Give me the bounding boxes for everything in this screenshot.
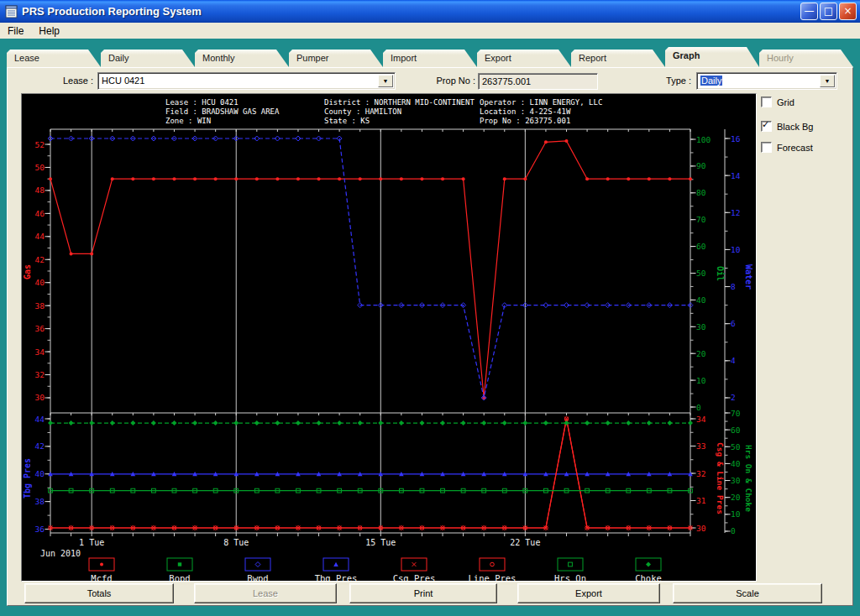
production-graph-svg: 3032343638404244464850520102030405060708…: [22, 94, 756, 581]
svg-text:60: 60: [731, 425, 741, 435]
lease-combobox[interactable]: HCU 0421 ▼: [97, 72, 396, 90]
svg-text:Tbg Pres: Tbg Pres: [315, 573, 358, 581]
svg-text:2: 2: [731, 393, 736, 402]
svg-text:40: 40: [35, 469, 45, 478]
blackbg-checkbox-label: Black Bg: [777, 122, 813, 132]
client-area: Lease Daily Monthly Pumper Import Export…: [0, 39, 860, 616]
svg-text:31: 31: [696, 496, 706, 505]
tab-monthly[interactable]: Monthly: [195, 50, 289, 67]
svg-text:Zone : WIN: Zone : WIN: [165, 117, 211, 125]
svg-text:40: 40: [731, 459, 741, 468]
tab-strip: Lease Daily Monthly Pumper Import Export…: [7, 47, 853, 67]
svg-text:46: 46: [35, 209, 45, 218]
svg-text:County : HAMILTON: County : HAMILTON: [324, 107, 401, 116]
svg-text:Hrs On: Hrs On: [554, 573, 586, 581]
menu-help[interactable]: Help: [31, 23, 67, 39]
tab-graph[interactable]: Graph: [665, 47, 759, 67]
svg-text:Field : BRADSHAW GAS AREA: Field : BRADSHAW GAS AREA: [165, 107, 280, 116]
svg-text:42: 42: [35, 441, 45, 451]
svg-text:50: 50: [696, 269, 706, 278]
svg-text:34: 34: [696, 415, 706, 424]
tab-lease[interactable]: Lease: [7, 50, 101, 67]
svg-text:40: 40: [35, 278, 45, 287]
svg-text:36: 36: [35, 525, 45, 534]
svg-text:48: 48: [35, 185, 45, 195]
forecast-checkbox[interactable]: ✓: [761, 142, 772, 153]
svg-text:70: 70: [696, 215, 706, 224]
svg-text:Bopd: Bopd: [169, 573, 190, 581]
svg-text:Lease : HCU 0421: Lease : HCU 0421: [165, 98, 239, 107]
svg-text:10: 10: [731, 509, 741, 519]
minimize-button[interactable]: —: [800, 3, 818, 20]
svg-text:6: 6: [731, 319, 736, 328]
grid-checkbox-label: Grid: [777, 97, 794, 107]
tab-import[interactable]: Import: [383, 50, 477, 67]
title-bar: PRS Production Reporting System — □ ×: [0, 0, 860, 23]
svg-text:16: 16: [731, 134, 741, 144]
grid-option[interactable]: ✓ Grid: [761, 97, 794, 107]
svg-text:30: 30: [696, 524, 706, 533]
close-button[interactable]: ×: [839, 3, 857, 20]
svg-text:4: 4: [731, 356, 736, 365]
svg-text:33: 33: [696, 441, 705, 451]
svg-text:Gas: Gas: [23, 264, 32, 279]
propno-field[interactable]: 263775.001: [478, 73, 598, 90]
svg-text:30: 30: [35, 393, 45, 402]
print-button[interactable]: Print: [349, 583, 497, 603]
svg-text:Csg Pres: Csg Pres: [393, 573, 436, 581]
svg-text:Prop No : 263775.001: Prop No : 263775.001: [480, 117, 570, 125]
lease-dropdown-arrow-icon[interactable]: ▼: [378, 75, 393, 87]
type-combobox-value: Daily: [700, 76, 722, 86]
svg-text:38: 38: [35, 301, 45, 311]
grid-checkbox[interactable]: ✓: [761, 97, 772, 107]
svg-text:42: 42: [35, 255, 45, 264]
svg-text:Oil: Oil: [716, 266, 725, 281]
tab-export[interactable]: Export: [477, 50, 571, 67]
svg-text:Tbg Pres: Tbg Pres: [23, 458, 32, 499]
svg-text:50: 50: [35, 163, 45, 172]
svg-text:70: 70: [731, 409, 741, 418]
svg-text:14: 14: [731, 171, 741, 180]
menu-bar: File Help: [0, 23, 860, 39]
svg-text:80: 80: [696, 188, 706, 197]
svg-text:Jun 2010: Jun 2010: [40, 549, 81, 558]
tab-daily[interactable]: Daily: [101, 50, 195, 67]
svg-text:32: 32: [35, 370, 45, 379]
svg-text:0: 0: [696, 403, 701, 412]
blackbg-option[interactable]: ✓ Black Bg: [761, 121, 813, 132]
lease-button[interactable]: Lease: [194, 583, 337, 603]
type-label: Type :: [629, 76, 691, 86]
svg-text:60: 60: [696, 242, 706, 251]
svg-text:52: 52: [35, 140, 45, 149]
svg-text:15 Tue: 15 Tue: [365, 538, 396, 547]
svg-text:Location : 4-22S-41W: Location : 4-22S-41W: [480, 107, 571, 116]
svg-text:30: 30: [696, 322, 706, 331]
svg-text:10: 10: [731, 245, 741, 254]
main-panel: Lease : HCU 0421 ▼ Prop No : 263775.001 …: [7, 67, 853, 606]
svg-text:34: 34: [35, 347, 45, 357]
svg-text:District : NORTHERN MID-CONTIN: District : NORTHERN MID-CONTINENT: [324, 98, 475, 107]
svg-text:50: 50: [731, 442, 741, 452]
svg-text:Hrs On & Choke: Hrs On & Choke: [744, 445, 753, 512]
lease-label: Lease :: [41, 76, 93, 86]
svg-text:0: 0: [731, 526, 736, 535]
export-button[interactable]: Export: [517, 583, 660, 603]
svg-text:8: 8: [731, 282, 736, 291]
totals-button[interactable]: Totals: [24, 583, 174, 603]
scale-button[interactable]: Scale: [673, 583, 822, 603]
tab-pumper[interactable]: Pumper: [289, 50, 383, 67]
svg-text:30: 30: [731, 476, 741, 485]
svg-text:20: 20: [731, 493, 741, 502]
tab-report[interactable]: Report: [571, 50, 665, 67]
svg-text:10: 10: [696, 376, 706, 385]
tab-hourly[interactable]: Hourly: [759, 50, 853, 67]
svg-text:44: 44: [35, 415, 45, 424]
propno-label: Prop No :: [402, 76, 475, 86]
type-combobox[interactable]: Daily ▼: [696, 72, 837, 90]
type-dropdown-arrow-icon[interactable]: ▼: [820, 75, 835, 87]
maximize-button[interactable]: □: [820, 3, 837, 20]
forecast-option[interactable]: ✓ Forecast: [761, 142, 813, 153]
menu-file[interactable]: File: [0, 23, 31, 39]
blackbg-checkbox[interactable]: ✓: [761, 121, 772, 132]
svg-text:32: 32: [696, 469, 705, 478]
